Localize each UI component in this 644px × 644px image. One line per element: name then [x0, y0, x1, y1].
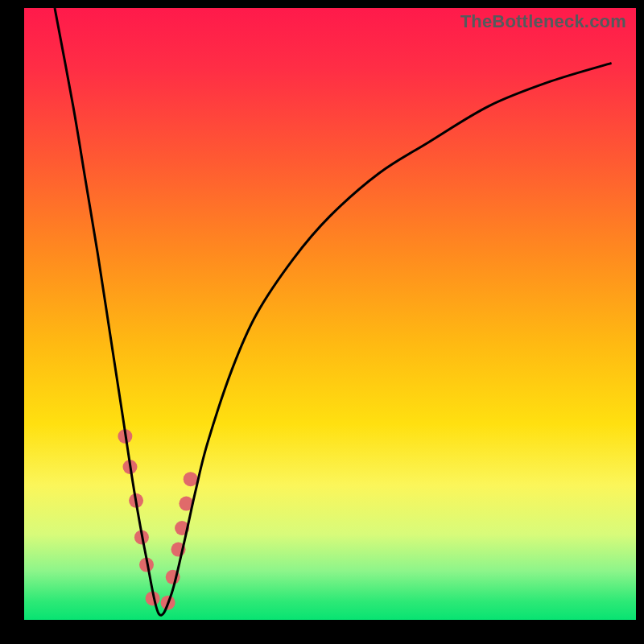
plot-area: TheBottleneck.com: [24, 8, 636, 620]
bottleneck-curve: [55, 8, 612, 615]
chart-svg: [24, 8, 636, 620]
highlight-dot: [184, 472, 198, 486]
chart-frame: TheBottleneck.com: [0, 0, 644, 644]
